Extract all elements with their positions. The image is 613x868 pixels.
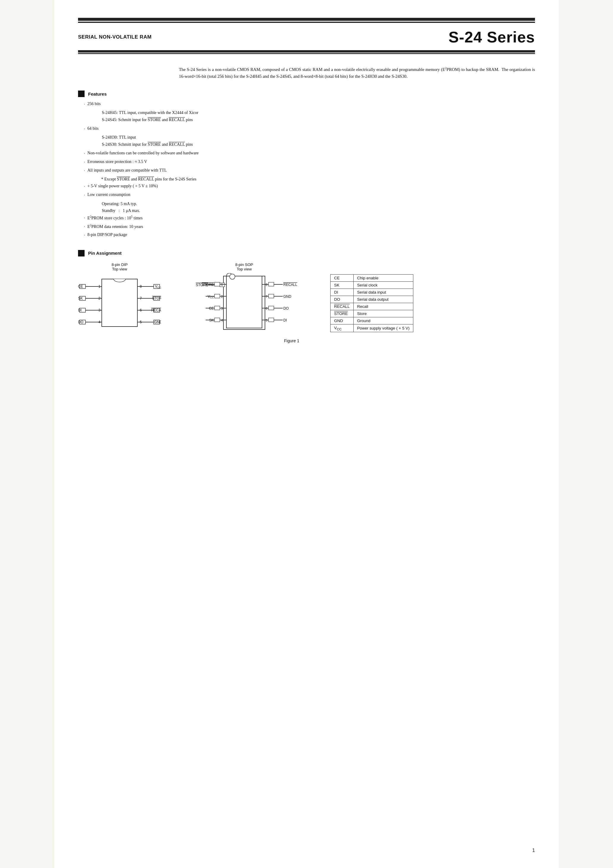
intro-text: The S-24 Series is a non-volatile CMOS R… — [179, 67, 535, 79]
pin-table: CE Chip enable SK Serial clock DI Serial… — [330, 274, 413, 332]
feature-inputs-ttl: · All inputs and outputs are compatible … — [84, 167, 535, 175]
sop-svg-clean: STORE 1 VCC 2 CE 3 SK 4 — [191, 273, 297, 332]
header-title: S-24 Series — [449, 28, 535, 46]
table-row: CE Chip enable — [331, 274, 413, 281]
feature-nonvolatile: · Non-volatile functions can be controll… — [84, 150, 535, 157]
svg-rect-41 — [215, 282, 220, 286]
feature-64bits: · 64 bits — [84, 125, 535, 133]
svg-text:DO: DO — [283, 306, 289, 310]
table-row: DI Serial data input — [331, 288, 413, 296]
feature-dot: · — [84, 101, 85, 108]
sub-feature-standby: Standby : 1 μA max. — [102, 207, 535, 214]
sop-label-line1: 8-pin SOP — [235, 262, 253, 267]
svg-text:CE: CE — [209, 306, 214, 310]
feature-dot: · — [84, 167, 85, 175]
pin-di: DI — [331, 288, 354, 296]
pin-sk-desc: Serial clock — [353, 281, 413, 288]
feature-dot: · — [84, 125, 85, 133]
svg-text:SK: SK — [209, 318, 214, 322]
sop-label: 8-pin SOP Top view — [235, 262, 253, 271]
svg-text:3: 3 — [99, 308, 101, 312]
feature-power-text: + 5-V single power supply ( + 5 V ± 10%) — [88, 183, 158, 189]
features-title: Features — [88, 91, 107, 96]
pin-gnd: GND — [331, 317, 354, 324]
dip-diagram: 8-pin DIP Top view CE 1 — [78, 262, 161, 332]
sub-feature-24s45: S-24S45: Schmitt input for STORE and REC… — [102, 116, 535, 124]
svg-text:DI: DI — [78, 308, 82, 312]
features-list: · 256 bits S-24H45: TTL input, compatibl… — [84, 101, 535, 239]
sub-feature-except: * Except STORE and RECALL pins for the S… — [101, 176, 535, 183]
feature-data-retention: · E2PROM data retention: 10 years — [84, 223, 535, 230]
features-section-header: Features — [78, 90, 535, 97]
svg-text:1: 1 — [221, 283, 223, 287]
svg-rect-65 — [269, 306, 274, 310]
pin-table-container: CE Chip enable SK Serial clock DI Serial… — [324, 274, 413, 332]
table-row: RECALL Recall — [331, 303, 413, 310]
svg-text:GND: GND — [154, 320, 161, 324]
pin-assignment-title: Pin Assignment — [88, 251, 122, 256]
feature-erroneous-text: Erroneous store protection : ≈ 3.5 V — [88, 158, 147, 165]
pin-store: STORE — [331, 310, 354, 317]
svg-text:3: 3 — [221, 307, 223, 310]
header-subtitle: SERIAL NON-VOLATILE RAM — [78, 34, 152, 40]
pin-do-desc: Serial data output — [353, 296, 413, 303]
table-row: GND Ground — [331, 317, 413, 324]
feature-256bits: · 256 bits — [84, 101, 535, 108]
svg-text:DI: DI — [283, 318, 287, 322]
svg-rect-38 — [226, 276, 262, 328]
header-bar-top-thick — [78, 18, 535, 21]
table-row: STORE Store — [331, 310, 413, 317]
svg-text:5: 5 — [266, 319, 267, 322]
pin-vcc: VCC — [331, 324, 354, 332]
feature-data-retention-text: E2PROM data retention: 10 years — [88, 223, 143, 230]
pin-di-desc: Serial data input — [353, 288, 413, 296]
svg-text:DO: DO — [78, 320, 84, 324]
svg-text:2: 2 — [99, 296, 101, 301]
svg-text:5: 5 — [140, 320, 142, 324]
feature-64bits-text: 64 bits — [88, 125, 99, 132]
svg-text:6: 6 — [140, 308, 142, 312]
svg-rect-57 — [269, 282, 274, 286]
svg-text:GND: GND — [283, 294, 291, 299]
header: SERIAL NON-VOLATILE RAM S-24 Series — [78, 23, 535, 50]
pin-diagrams-container: 8-pin DIP Top view CE 1 — [78, 262, 535, 332]
pin-assignment-icon — [78, 250, 85, 256]
feature-power: · + 5-V single power supply ( + 5 V ± 10… — [84, 183, 535, 190]
feature-store-cycles: · E2PROM store cycles : 105 times — [84, 214, 535, 222]
svg-rect-49 — [215, 306, 220, 310]
table-row: SK Serial clock — [331, 281, 413, 288]
dip-label-line1: 8-pin DIP — [111, 262, 128, 267]
feature-package: · 8-pin DIP/SOP package — [84, 231, 535, 239]
dip-label-line2: Top view — [112, 267, 127, 271]
pin-store-desc: Store — [353, 310, 413, 317]
intro-paragraph: The S-24 Series is a non-volatile CMOS R… — [179, 66, 535, 80]
feature-dot: · — [84, 231, 85, 239]
page-number: 1 — [532, 848, 535, 853]
sub-feature-24s30: S-24S30: Schmitt input for STORE and REC… — [102, 141, 535, 148]
feature-dot: · — [84, 223, 85, 230]
sop-label-line2: Top view — [237, 267, 252, 271]
svg-rect-61 — [269, 294, 274, 298]
sub-feature-operating: Operating: 5 mA typ. — [102, 200, 535, 208]
pin-recall-desc: Recall — [353, 303, 413, 310]
svg-text:7: 7 — [140, 296, 142, 301]
dip-svg: CE 1 SK 2 DI 3 DO 4 — [78, 273, 161, 332]
svg-text:6: 6 — [266, 307, 267, 310]
svg-text:7: 7 — [266, 295, 267, 298]
svg-text:8: 8 — [140, 284, 142, 288]
feature-dot: · — [84, 183, 85, 190]
pin-ce-desc: Chip enable — [353, 274, 413, 281]
pin-vcc-desc: Power supply voltage ( + 5 V) — [353, 324, 413, 332]
svg-text:STORE: STORE — [202, 283, 214, 287]
svg-point-39 — [230, 274, 235, 279]
feature-256bits-text: 256 bits — [88, 101, 101, 107]
main-content: The S-24 Series is a non-volatile CMOS R… — [78, 66, 535, 343]
svg-text:CE: CE — [78, 284, 83, 288]
pin-sk: SK — [331, 281, 354, 288]
svg-text:STORE: STORE — [152, 296, 161, 301]
svg-text:RECALL: RECALL — [151, 308, 161, 312]
svg-text:1: 1 — [99, 284, 101, 288]
header-bar-bottom-thick — [78, 50, 535, 53]
feature-low-current-text: Low current consumption — [88, 191, 130, 198]
svg-text:SK: SK — [78, 296, 83, 301]
